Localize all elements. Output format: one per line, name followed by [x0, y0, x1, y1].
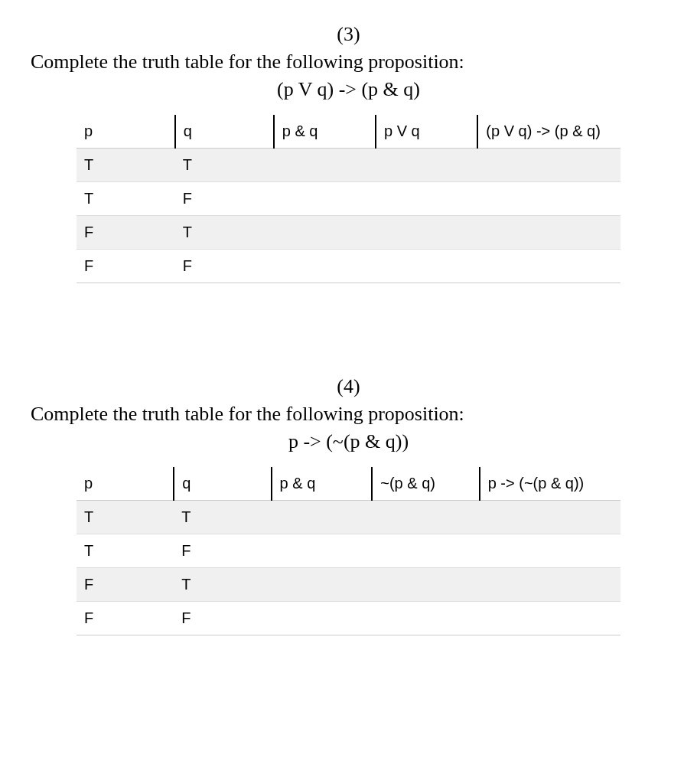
problem-number: (3): [31, 23, 666, 46]
table-cell: T: [174, 567, 271, 601]
table-header: p V q: [376, 115, 477, 149]
table-cell: T: [77, 534, 174, 567]
table-cell: [480, 500, 620, 534]
table-cell: [272, 534, 373, 567]
table-header: p: [77, 467, 174, 501]
table-cell: [272, 601, 373, 635]
table-cell: T: [77, 500, 174, 534]
table-row: T T: [77, 148, 620, 181]
truth-table-container: p q p & q p V q (p V q) -> (p & q) T T T…: [31, 115, 666, 283]
table-header: (p V q) -> (p & q): [477, 115, 620, 149]
table-header: p: [77, 115, 175, 149]
table-cell: T: [175, 148, 274, 181]
table-cell: T: [77, 148, 175, 181]
table-header: ~(p & q): [372, 467, 479, 501]
table-cell: T: [174, 500, 271, 534]
table-cell: F: [175, 181, 274, 215]
table-cell: [477, 181, 620, 215]
table-cell: [376, 181, 477, 215]
table-cell: [480, 534, 620, 567]
problem-instruction: Complete the truth table for the followi…: [31, 401, 666, 427]
table-row: F T: [77, 215, 620, 249]
table-cell: [480, 567, 620, 601]
table-cell: [274, 249, 376, 283]
table-cell: F: [175, 249, 274, 283]
table-row: T F: [77, 534, 620, 567]
problem-proposition: (p V q) -> (p & q): [31, 78, 666, 101]
table-cell: F: [77, 601, 174, 635]
table-row: T T: [77, 500, 620, 534]
table-header: p & q: [274, 115, 376, 149]
table-cell: F: [174, 534, 271, 567]
truth-table-container: p q p & q ~(p & q) p -> (~(p & q)) T T T…: [31, 467, 666, 635]
table-row: F F: [77, 601, 620, 635]
table-cell: [480, 601, 620, 635]
table-cell: T: [77, 181, 175, 215]
table-cell: F: [77, 249, 175, 283]
table-row: F F: [77, 249, 620, 283]
table-cell: [376, 215, 477, 249]
table-cell: [477, 148, 620, 181]
table-cell: [274, 148, 376, 181]
truth-table: p q p & q p V q (p V q) -> (p & q) T T T…: [77, 115, 620, 283]
table-row: T F: [77, 181, 620, 215]
table-cell: F: [77, 567, 174, 601]
table-header-row: p q p & q ~(p & q) p -> (~(p & q)): [77, 467, 620, 501]
table-cell: [372, 500, 479, 534]
table-cell: [376, 148, 477, 181]
table-header: q: [175, 115, 274, 149]
table-cell: [477, 215, 620, 249]
table-header-row: p q p & q p V q (p V q) -> (p & q): [77, 115, 620, 149]
table-cell: T: [175, 215, 274, 249]
table-header: p & q: [272, 467, 373, 501]
table-cell: [372, 567, 479, 601]
truth-table: p q p & q ~(p & q) p -> (~(p & q)) T T T…: [77, 467, 620, 635]
table-row: F T: [77, 567, 620, 601]
table-cell: [376, 249, 477, 283]
problem-proposition: p -> (~(p & q)): [31, 430, 666, 453]
table-header: q: [174, 467, 271, 501]
table-cell: [272, 500, 373, 534]
problem-instruction: Complete the truth table for the followi…: [31, 49, 666, 75]
table-cell: [274, 215, 376, 249]
problem-number: (4): [31, 375, 666, 398]
table-cell: [372, 601, 479, 635]
table-cell: F: [77, 215, 175, 249]
table-cell: [274, 181, 376, 215]
table-cell: [372, 534, 479, 567]
table-cell: [477, 249, 620, 283]
table-cell: F: [174, 601, 271, 635]
table-cell: [272, 567, 373, 601]
table-header: p -> (~(p & q)): [480, 467, 620, 501]
